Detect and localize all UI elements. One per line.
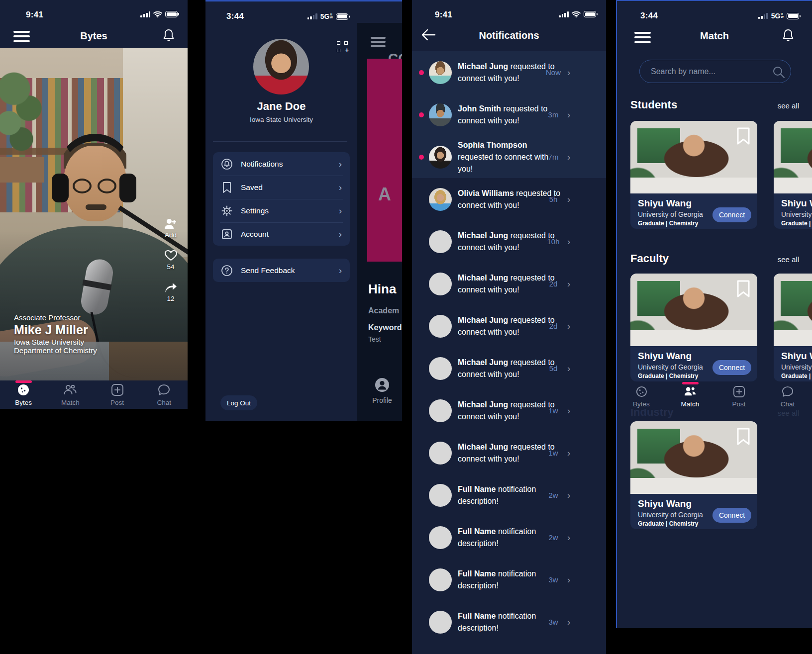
- card-body: Shiyu Wang University of Georgia Graduat…: [774, 346, 812, 381]
- notification-row[interactable]: Michael Jung requested to connect with y…: [412, 432, 606, 474]
- feedback-card: Send Feedback ›: [213, 259, 350, 282]
- tab-bytes[interactable]: Bytes: [0, 380, 47, 409]
- notification-row[interactable]: Full Name notification description! 3w ›: [412, 559, 606, 601]
- notification-row[interactable]: Michael Jung requested to connect with y…: [412, 263, 606, 305]
- chat-bubble-icon: [157, 383, 171, 396]
- tab-label: Match: [681, 400, 700, 408]
- tab-match[interactable]: Match: [47, 380, 94, 409]
- profile-name: Jane Doe: [205, 100, 357, 113]
- notification-avatar: [429, 526, 452, 549]
- chevron-right-icon: ›: [567, 405, 570, 416]
- battery-icon: [584, 11, 596, 17]
- match-card[interactable]: Shiyu Wang University of Georgia Graduat…: [630, 274, 757, 381]
- qr-share-icon[interactable]: +: [337, 41, 348, 52]
- notification-row[interactable]: Michael Jung requested to connect with y…: [412, 51, 606, 93]
- notification-row[interactable]: Michael Jung requested to connect with y…: [412, 389, 606, 432]
- notification-time: 3m: [542, 110, 564, 119]
- notification-avatar: [429, 61, 452, 84]
- card-body: Shiyu Wang University of Georgia Graduat…: [774, 193, 812, 229]
- menu-hamburger-icon[interactable]: [371, 37, 386, 47]
- tab-profile[interactable]: Profile: [371, 377, 393, 404]
- notification-list: Michael Jung requested to connect with y…: [412, 51, 606, 643]
- bell-icon[interactable]: [163, 29, 174, 42]
- tab-chat[interactable]: Chat: [763, 384, 812, 409]
- add-connection-button[interactable]: Add: [164, 218, 178, 239]
- see-all-link[interactable]: see all: [778, 409, 799, 417]
- connect-button[interactable]: Connect: [712, 360, 751, 375]
- active-tab-indicator: [682, 382, 699, 384]
- notification-avatar: [429, 103, 452, 126]
- profile-photo: [774, 121, 812, 193]
- notification-avatar: [429, 568, 452, 591]
- menu-label: Send Feedback: [241, 266, 295, 275]
- chevron-right-icon: ›: [339, 182, 342, 193]
- card-row: Shiyu Wang University of Georgia Graduat…: [630, 421, 757, 529]
- chevron-right-icon: ›: [567, 152, 570, 163]
- page-title: Notifications: [412, 30, 606, 41]
- battery-icon: [165, 11, 178, 17]
- search-input[interactable]: [639, 60, 791, 83]
- like-button[interactable]: 54: [164, 250, 178, 271]
- account-card-icon: [221, 228, 233, 240]
- tab-chat[interactable]: Chat: [141, 380, 188, 409]
- notification-row[interactable]: Full Name notification description! 2w ›: [412, 474, 606, 516]
- match-card[interactable]: Shiyu Wang University of Georgia Graduat…: [630, 121, 757, 229]
- chevron-right-icon: ›: [567, 109, 570, 120]
- nav-drawer: 3:44 5GUW + Jane Doe Iowa State Universi…: [205, 1, 357, 421]
- notification-row[interactable]: Olivia Williams requested to connect wit…: [412, 178, 606, 220]
- log-out-button[interactable]: Log Out: [220, 395, 257, 410]
- menu-item-notifications[interactable]: Notifications ›: [213, 152, 350, 176]
- profile-photo: [630, 121, 757, 193]
- card-name: Shiyu Wang: [781, 198, 812, 209]
- menu-item-account[interactable]: Account ›: [213, 222, 350, 246]
- heart-icon: [164, 250, 178, 262]
- notification-row[interactable]: Michael Jung requested to connect with y…: [412, 347, 606, 389]
- screen-match: 3:44 5GUW Match Students see all Shiyu W…: [616, 0, 812, 628]
- see-all-link[interactable]: see all: [778, 255, 799, 264]
- tab-post[interactable]: Post: [94, 380, 141, 409]
- chevron-right-icon: ›: [567, 67, 570, 78]
- tab-bytes[interactable]: Bytes: [617, 384, 666, 409]
- tab-label: Chat: [781, 400, 795, 408]
- connect-button[interactable]: Connect: [712, 207, 751, 222]
- share-button[interactable]: 12: [164, 281, 178, 302]
- notification-avatar: [429, 611, 452, 634]
- match-card[interactable]: Shiyu Wang University of Georgia Graduat…: [774, 121, 812, 229]
- card-meta: Graduate | Chemistry: [781, 373, 812, 379]
- notification-row[interactable]: Michael Jung requested to connect with y…: [412, 305, 606, 347]
- notification-row[interactable]: Full Name notification description! 3w ›: [412, 601, 606, 643]
- wifi-icon: [572, 11, 581, 17]
- status-time: 9:41: [435, 10, 452, 20]
- notification-avatar: [429, 442, 452, 465]
- 5g-network-icon: 5GUW: [771, 12, 784, 20]
- bookmark-icon[interactable]: [736, 427, 750, 446]
- bell-icon[interactable]: [783, 29, 794, 42]
- tab-label: Post: [732, 400, 745, 408]
- chevron-right-icon: ›: [567, 279, 570, 289]
- notification-row[interactable]: John Smith requested to connect with you…: [412, 93, 606, 136]
- tab-post[interactable]: Post: [714, 384, 763, 409]
- status-time: 3:44: [640, 11, 658, 21]
- signal-icon: [140, 11, 150, 17]
- menu-item-saved[interactable]: Saved ›: [213, 176, 350, 199]
- screen-bytes: 9:41 Bytes Associate Professor Mike J Mi…: [0, 0, 188, 409]
- notification-row[interactable]: Sophia Thompson requested to connect wit…: [412, 136, 606, 178]
- byte-dept: Department of Chemistry: [14, 346, 97, 355]
- notification-row[interactable]: Full Name notification description! 2w ›: [412, 516, 606, 559]
- notification-avatar: [429, 230, 452, 253]
- menu-item-settings[interactable]: Settings ›: [213, 199, 350, 222]
- bookmark-icon[interactable]: [736, 127, 750, 145]
- chevron-right-icon: ›: [339, 229, 342, 240]
- tab-label: Match: [61, 399, 80, 406]
- menu-item-send-feedback[interactable]: Send Feedback ›: [213, 259, 350, 282]
- bottom-nav: Bytes Match Post Chat: [0, 380, 188, 409]
- connect-button[interactable]: Connect: [712, 508, 751, 523]
- match-card[interactable]: Shiyu Wang University of Georgia Graduat…: [630, 421, 757, 529]
- match-card[interactable]: Shiyu Wang University of Georgia Graduat…: [774, 274, 812, 381]
- tab-match[interactable]: Match: [666, 384, 714, 409]
- see-all-link[interactable]: see all: [778, 101, 799, 110]
- notification-row[interactable]: Michael Jung requested to connect with y…: [412, 220, 606, 263]
- bookmark-icon[interactable]: [736, 280, 750, 298]
- status-time: 3:44: [226, 11, 244, 21]
- search-icon[interactable]: [772, 66, 785, 79]
